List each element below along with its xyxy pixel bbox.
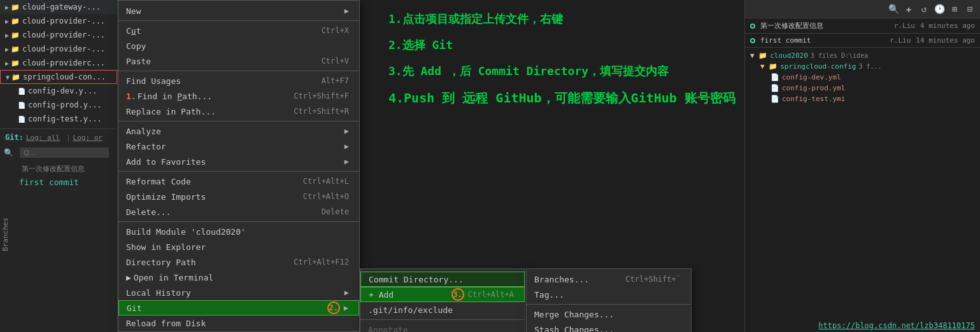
menu-item-replace-in-path[interactable]: Replace in Path... Ctrl+Shift+R [118, 104, 359, 119]
menu-item-label: .git/info/exclude [368, 305, 453, 315]
menu-item-label: Add to Favorites [126, 157, 206, 167]
shortcut-label: Ctrl+X [322, 26, 349, 35]
menu-item-label: Replace in Path... [126, 107, 216, 116]
menu-item-copy[interactable]: Copy [118, 38, 359, 53]
menu-item-add-to-favorites[interactable]: Add to Favorites ▶ [118, 154, 359, 169]
add-toolbar-btn[interactable]: ✚ [902, 3, 915, 15]
git-submenu-commit-dir[interactable]: Commit Directory... [360, 272, 525, 287]
git-submenu: Commit Directory... + Add 3. Ctrl+Alt+A … [360, 268, 525, 332]
commit-list-row-1[interactable]: 第一次修改配置信息 r.Liu 4 minutes ago [745, 18, 980, 34]
arrow-icon: ▶ [5, 60, 9, 67]
commit-dot-icon [750, 24, 755, 29]
submenu-arrow-icon: ▶ [344, 303, 348, 312]
repo-submenu-stash[interactable]: Stash Changes... [527, 322, 691, 332]
sidebar-item-config-dev[interactable]: 📄 config-dev.y... [0, 84, 117, 98]
menu-item-local-history[interactable]: Local History ▶ [118, 285, 359, 300]
instruction-4: 4.Push 到 远程 GitHub，可能需要输入GitHub 账号密码 [388, 88, 745, 107]
git-submenu-annotate: Annotate [360, 322, 525, 332]
menu-separator [118, 71, 359, 71]
menu-item-optimize-imports[interactable]: Optimize Imports Ctrl+Alt+O [118, 189, 359, 204]
file-tree-config-prod[interactable]: 📄 config-prod.yml [750, 83, 975, 93]
menu-item-label: New [126, 6, 141, 16]
instruction-area: 1.点击项目或指定上传文件，右键 2.选择 Git 3.先 Add ，后 Com… [376, 0, 758, 178]
sidebar-item-config-test[interactable]: 📄 config-test.y... [0, 112, 117, 126]
menu-item-paste[interactable]: Paste Ctrl+V [118, 53, 359, 69]
num-badge-3: 3. [451, 288, 464, 301]
commit-dot-icon [750, 38, 755, 43]
sidebar-item-springcloud-config[interactable]: ▼ 📁 springcloud-con... [0, 70, 117, 84]
sidebar-item-cloud-providerc[interactable]: ▶ 📁 cloud-providerc... [0, 56, 117, 70]
sidebar-item-config-prod[interactable]: 📄 config-prod.y... [0, 98, 117, 112]
menu-item-build-module[interactable]: Build Module 'cloud2020' [118, 224, 359, 239]
menu-item-reload-from-disk[interactable]: Reload from Disk [118, 315, 359, 331]
menu-item-label: Build Module 'cloud2020' [126, 227, 246, 237]
menu-item-label: Cut [126, 26, 141, 36]
repo-submenu-branches[interactable]: Branches... Ctrl+Shift+` [527, 272, 691, 287]
file-tree-config-test[interactable]: 📄 config-test.ymi [750, 93, 975, 104]
menu-separator [360, 319, 525, 320]
shortcut-label: Ctrl+V [322, 57, 349, 66]
menu-item-open-in-terminal[interactable]: ▶ Open in Terminal [118, 270, 359, 285]
arrow-icon: ▼ [6, 74, 10, 81]
git-search-input[interactable] [20, 148, 109, 158]
menu-item-label: Open in Terminal [134, 273, 213, 282]
sidebar-item-cloud-gateway[interactable]: ▶ 📁 cloud-gateway-... [0, 0, 117, 14]
log-all-link[interactable]: Log: all [26, 134, 60, 142]
first-commit-item[interactable]: first commit [9, 176, 117, 189]
git-submenu-gitinfo[interactable]: .git/info/exclude [360, 302, 525, 317]
menu-item-find-usages[interactable]: Find Usages Alt+F7 [118, 73, 359, 88]
yml-file-icon: 📄 [18, 88, 25, 95]
file-tree-springcloud-config[interactable]: ▼ 📁 springcloud-config 3 f... [750, 61, 975, 72]
menu-item-cut[interactable]: Cut Ctrl+X [118, 23, 359, 38]
yml-icon: 📄 [771, 84, 779, 92]
search-toolbar-btn[interactable]: 🔍 [887, 3, 900, 15]
menu-item-delete[interactable]: Delete... Delete [118, 204, 359, 219]
menu-item-show-in-explorer[interactable]: Show in Explorer [118, 239, 359, 254]
menu-item-label: + Add [369, 290, 394, 300]
menu-item-label: Reload from Disk [126, 319, 206, 328]
menu-item-directory-path[interactable]: Directory Path Ctrl+Alt+F12 [118, 254, 359, 270]
shortcut-label: Ctrl+Alt+A [468, 290, 514, 299]
num-badge-1: 1. [126, 92, 136, 101]
menu-item-label: Analyze [126, 127, 161, 136]
shortcut-label: Delete [322, 207, 349, 216]
repo-submenu-merge[interactable]: Merge Changes... [527, 307, 691, 322]
menu-item-git[interactable]: Git 2. ▶ [118, 300, 359, 315]
sidebar-item-cloud-provider-1[interactable]: ▶ 📁 cloud-provider-... [0, 14, 117, 28]
menu-separator [118, 221, 359, 222]
menu-separator [118, 121, 359, 121]
sidebar-item-cloud-provider-3[interactable]: ▶ 📁 cloud-provider-... [0, 42, 117, 56]
context-menu: New ▶ Cut Ctrl+X Copy Paste Ctrl+V Find … [118, 0, 360, 332]
commit-list-row-2[interactable]: first commit r.Liu 14 minutes ago [745, 34, 980, 48]
file-tree-cloud2020[interactable]: ▼ 📁 cloud2020 3 files D:\idea [750, 50, 975, 61]
menu-item-label: Annotate [368, 325, 408, 333]
search-icon: 🔍 [4, 148, 13, 157]
yml-file-icon: 📄 [18, 102, 25, 109]
log-or-link[interactable]: Log: or [73, 134, 103, 142]
file-tree-sidebar: ▶ 📁 cloud-gateway-... ▶ 📁 cloud-provider… [0, 0, 118, 332]
sidebar-item-cloud-provider-2[interactable]: ▶ 📁 cloud-provider-... [0, 28, 117, 42]
file-tree-config-dev[interactable]: 📄 config-dev.yml [750, 72, 975, 83]
layout-toolbar-btn[interactable]: ⊟ [963, 3, 976, 15]
git-submenu-add[interactable]: + Add 3. Ctrl+Alt+A [360, 287, 525, 302]
grid-toolbar-btn[interactable]: ⊞ [948, 3, 961, 15]
undo-toolbar-btn[interactable]: ↺ [918, 3, 930, 15]
menu-item-find-in-path[interactable]: 1. Find in Path... Ctrl+Shift+F [118, 88, 359, 104]
yml-icon: 📄 [771, 73, 779, 81]
menu-item-refactor[interactable]: Refactor ▶ [118, 139, 359, 154]
clock-toolbar-btn[interactable]: 🕐 [933, 3, 946, 15]
folder-icon: 📁 [11, 45, 20, 53]
folder-icon: 📁 [11, 17, 20, 25]
menu-item-label: Paste [126, 57, 151, 66]
menu-item-label: Directory Path [126, 258, 196, 267]
folder-icon: ▼ 📁 [750, 52, 767, 60]
menu-item-new[interactable]: New ▶ [118, 3, 359, 18]
menu-item-label: Copy [126, 41, 146, 51]
url-bar[interactable]: https://blog.csdn.net/lzb348110175 [813, 319, 980, 332]
menu-item-reformat-code[interactable]: Reformat Code Ctrl+Alt+L [118, 174, 359, 189]
repo-submenu-tag[interactable]: Tag... [527, 287, 691, 302]
shortcut-label: Ctrl+Alt+O [303, 192, 349, 201]
menu-item-analyze[interactable]: Analyze ▶ [118, 123, 359, 139]
submenu-arrow-icon: ▶ [344, 288, 349, 297]
commit-title-1: 第一次修改配置信息 [9, 162, 117, 176]
